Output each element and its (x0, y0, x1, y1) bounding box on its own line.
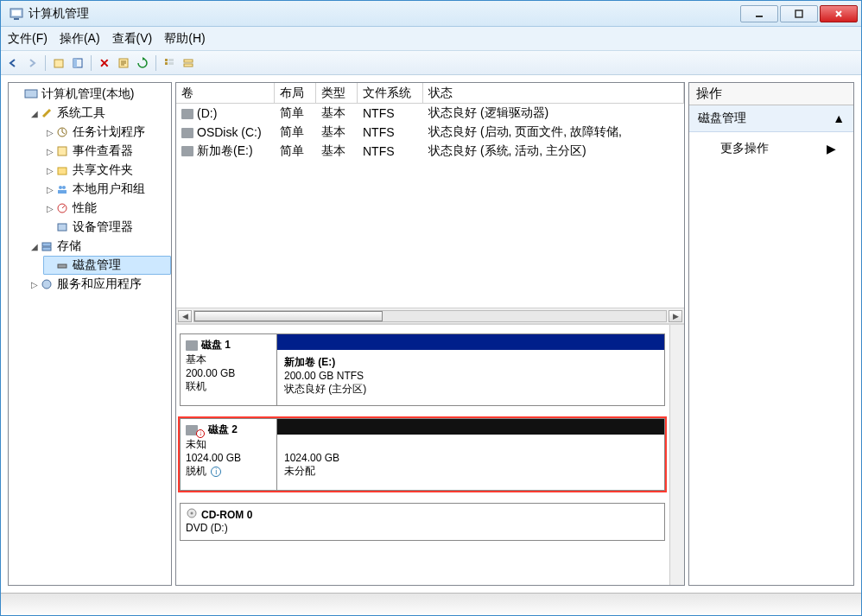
volume-icon (181, 109, 193, 119)
list-view-button[interactable] (161, 54, 178, 72)
volume-icon (181, 128, 193, 138)
menu-action[interactable]: 操作(A) (60, 31, 100, 47)
properties-button[interactable] (115, 54, 132, 72)
actions-section[interactable]: 磁盘管理 ▲ (689, 105, 853, 132)
disk-status: 联机 (186, 379, 271, 394)
partition-status: 未分配 (284, 464, 657, 479)
tree-disk-management[interactable]: 磁盘管理 (43, 256, 171, 275)
disk-1-volumes[interactable]: 新加卷 (E:) 200.00 GB NTFS 状态良好 (主分区) (277, 334, 664, 405)
tree-label: 本地用户和组 (73, 181, 145, 197)
scroll-track[interactable] (193, 310, 667, 322)
volume-hscrollbar[interactable]: ◀ ▶ (176, 308, 684, 323)
partition-info: 1024.00 GB 未分配 (277, 435, 664, 490)
tree-services-apps[interactable]: ▷服务和应用程序 (28, 275, 171, 294)
disk-title: 磁盘 1 (201, 338, 231, 352)
perf-icon (55, 201, 69, 215)
col-status[interactable]: 状态 (423, 83, 684, 103)
toolbar-separator (91, 55, 92, 71)
event-icon (55, 144, 69, 158)
volume-row[interactable]: 新加卷(E:) 简单 基本 NTFS 状态良好 (系统, 活动, 主分区) (176, 142, 684, 161)
menu-help[interactable]: 帮助(H) (164, 31, 205, 47)
tree-label: 任务计划程序 (73, 124, 145, 140)
scroll-left-button[interactable]: ◀ (178, 310, 192, 322)
refresh-button[interactable] (134, 54, 151, 72)
forward-button[interactable] (23, 54, 41, 72)
toolbar-separator (45, 55, 46, 71)
scroll-right-button[interactable]: ▶ (669, 310, 682, 322)
disk-type: 未知 (186, 437, 271, 452)
volume-icon (181, 146, 193, 156)
menubar: 文件(F) 操作(A) 查看(V) 帮助(H) (1, 27, 861, 51)
col-volume[interactable]: 卷 (176, 83, 275, 103)
disk-1-block[interactable]: 磁盘 1 基本 200.00 GB 联机 新加卷 (E:) 200.00 GB … (180, 333, 665, 406)
navigation-tree-panel: 计算机管理(本地) ◢系统工具 ▷任务计划程序 ▷事件查看器 ▷共享文件夹 ▷本… (8, 82, 172, 586)
footer-gradient (1, 593, 861, 615)
tree-shared-folders[interactable]: ▷共享文件夹 (43, 161, 171, 180)
disk-2-block[interactable]: ↓ 磁盘 2 未知 1024.00 GB 脱机 i 1024.00 GB 未分配 (180, 418, 665, 491)
vol-type: 基本 (316, 143, 358, 159)
volume-row[interactable]: OSDisk (C:) 简单 基本 NTFS 状态良好 (启动, 页面文件, 故… (176, 123, 684, 142)
toolbar: ✕ (1, 51, 861, 75)
tree-label: 服务和应用程序 (57, 276, 142, 292)
close-button[interactable] (820, 5, 858, 22)
tree-local-users[interactable]: ▷本地用户和组 (43, 180, 171, 199)
partition-status: 状态良好 (主分区) (284, 382, 657, 397)
volume-row[interactable]: (D:) 简单 基本 NTFS 状态良好 (逻辑驱动器) (176, 104, 684, 123)
tree-device-manager[interactable]: 设备管理器 (43, 218, 171, 237)
svg-rect-13 (184, 60, 193, 62)
detail-view-button[interactable] (180, 54, 197, 72)
tree-storage[interactable]: ◢存储 (28, 237, 171, 256)
computer-icon (24, 87, 38, 101)
storage-icon (40, 239, 54, 253)
show-hide-pane-button[interactable] (69, 54, 86, 72)
svg-rect-11 (165, 62, 168, 65)
disk-size: 1024.00 GB (186, 452, 271, 464)
svg-rect-17 (58, 147, 67, 156)
delete-button[interactable]: ✕ (96, 54, 113, 72)
maximize-button[interactable] (780, 5, 818, 22)
action-more[interactable]: 更多操作 ▶ (689, 132, 853, 165)
menu-view[interactable]: 查看(V) (112, 31, 153, 47)
partition-color-bar (277, 334, 664, 350)
cdrom-icon (186, 507, 198, 522)
actions-section-label: 磁盘管理 (698, 111, 746, 126)
menu-file[interactable]: 文件(F) (8, 31, 48, 47)
volume-list-header[interactable]: 卷 布局 类型 文件系统 状态 (176, 83, 684, 104)
partition-color-bar (277, 419, 664, 435)
cdrom-drive: DVD (D:) (186, 522, 272, 534)
col-type[interactable]: 类型 (316, 83, 358, 103)
up-button[interactable] (50, 54, 67, 72)
svg-rect-10 (168, 59, 174, 61)
device-icon (55, 220, 69, 234)
col-filesystem[interactable]: 文件系统 (358, 83, 423, 103)
col-layout[interactable]: 布局 (275, 83, 316, 103)
tree-root[interactable]: 计算机管理(本地) (12, 85, 171, 104)
minimize-button[interactable] (740, 5, 778, 22)
action-more-label: 更多操作 (720, 141, 769, 156)
tree-task-scheduler[interactable]: ▷任务计划程序 (43, 123, 171, 142)
cdrom-block[interactable]: CD-ROM 0 DVD (D:) (180, 503, 665, 541)
scroll-thumb[interactable] (194, 311, 383, 321)
partition-info: 新加卷 (E:) 200.00 GB NTFS 状态良好 (主分区) (277, 350, 664, 405)
disk-graphical-view: 磁盘 1 基本 200.00 GB 联机 新加卷 (E:) 200.00 GB … (176, 325, 684, 585)
svg-rect-2 (14, 18, 19, 20)
tree-label: 磁盘管理 (73, 257, 121, 273)
disk-2-volumes[interactable]: 1024.00 GB 未分配 (277, 419, 664, 490)
titlebar[interactable]: 计算机管理 (1, 1, 861, 27)
partition-size: 1024.00 GB (284, 452, 657, 464)
svg-rect-24 (42, 243, 51, 246)
nav-tree[interactable]: 计算机管理(本地) ◢系统工具 ▷任务计划程序 ▷事件查看器 ▷共享文件夹 ▷本… (9, 85, 171, 294)
svg-rect-9 (165, 59, 168, 61)
disk-icon (186, 340, 198, 351)
disk-vscrollbar[interactable] (669, 325, 684, 585)
back-button[interactable] (4, 54, 22, 72)
tree-event-viewer[interactable]: ▷事件查看器 (43, 142, 171, 161)
app-window: 计算机管理 文件(F) 操作(A) 查看(V) 帮助(H) ✕ 计算机管理(本地… (0, 0, 862, 616)
tree-performance[interactable]: ▷性能 (43, 199, 171, 218)
tree-label: 系统工具 (57, 105, 105, 121)
clock-icon (55, 125, 69, 139)
info-icon[interactable]: i (211, 467, 221, 477)
disk-2-meta: ↓ 磁盘 2 未知 1024.00 GB 脱机 i (181, 419, 277, 490)
collapse-icon[interactable]: ▲ (833, 111, 845, 125)
tree-system-tools[interactable]: ◢系统工具 (28, 104, 171, 123)
